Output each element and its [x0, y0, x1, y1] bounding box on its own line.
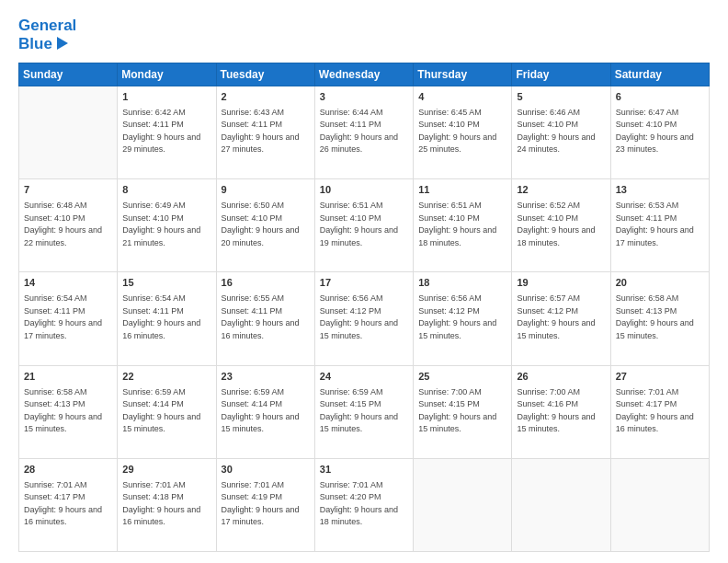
sunset-text: Sunset: 4:11 PM — [320, 119, 409, 132]
calendar-cell — [610, 458, 709, 551]
day-info: Sunrise: 6:54 AMSunset: 4:11 PMDaylight:… — [122, 293, 211, 342]
sunset-text: Sunset: 4:13 PM — [616, 305, 705, 318]
day-header-thursday: Thursday — [414, 63, 512, 86]
day-info: Sunrise: 7:00 AMSunset: 4:15 PMDaylight:… — [418, 386, 507, 436]
daylight-text: Daylight: 9 hours and 15 minutes. — [24, 411, 113, 436]
sunrise-text: Sunrise: 6:54 AM — [24, 293, 113, 305]
sunrise-text: Sunrise: 6:42 AM — [122, 107, 211, 120]
sunrise-text: Sunrise: 6:59 AM — [222, 386, 311, 399]
daylight-text: Daylight: 9 hours and 25 minutes. — [418, 132, 507, 156]
daylight-text: Daylight: 9 hours and 15 minutes. — [320, 317, 409, 342]
calendar-cell: 29Sunrise: 7:01 AMSunset: 4:18 PMDayligh… — [118, 458, 216, 551]
day-number: 30 — [222, 463, 311, 477]
daylight-text: Daylight: 9 hours and 15 minutes. — [418, 411, 507, 436]
daylight-text: Daylight: 9 hours and 27 minutes. — [222, 132, 311, 156]
sunrise-text: Sunrise: 6:46 AM — [517, 107, 606, 120]
day-header-saturday: Saturday — [610, 63, 709, 86]
day-number: 27 — [616, 370, 705, 385]
calendar-header: SundayMondayTuesdayWednesdayThursdayFrid… — [19, 63, 710, 86]
day-number: 13 — [616, 183, 705, 198]
sunrise-text: Sunrise: 6:56 AM — [320, 293, 409, 305]
day-number: 9 — [222, 183, 311, 198]
page: General Blue SundayMondayTuesdayWednesda… — [0, 0, 728, 563]
day-number: 3 — [320, 90, 409, 105]
sunset-text: Sunset: 4:11 PM — [616, 213, 705, 225]
logo-line1: General — [18, 17, 76, 35]
daylight-text: Daylight: 9 hours and 17 minutes. — [24, 317, 113, 342]
day-info: Sunrise: 6:46 AMSunset: 4:10 PMDaylight:… — [517, 107, 606, 156]
sunrise-text: Sunrise: 6:45 AM — [418, 107, 507, 120]
day-info: Sunrise: 6:54 AMSunset: 4:11 PMDaylight:… — [24, 293, 113, 342]
day-info: Sunrise: 7:01 AMSunset: 4:20 PMDaylight:… — [320, 479, 409, 529]
sunrise-text: Sunrise: 6:51 AM — [418, 200, 507, 213]
sunset-text: Sunset: 4:10 PM — [418, 119, 507, 132]
daylight-text: Daylight: 9 hours and 18 minutes. — [320, 504, 409, 529]
sunrise-text: Sunrise: 6:57 AM — [517, 293, 606, 305]
calendar-cell: 13Sunrise: 6:53 AMSunset: 4:11 PMDayligh… — [610, 179, 709, 272]
day-number: 1 — [122, 90, 211, 105]
daylight-text: Daylight: 9 hours and 16 minutes. — [616, 411, 705, 436]
daylight-text: Daylight: 9 hours and 21 minutes. — [122, 224, 211, 249]
logo-line2: Blue — [18, 35, 68, 53]
calendar-cell: 24Sunrise: 6:59 AMSunset: 4:15 PMDayligh… — [314, 365, 413, 458]
day-number: 29 — [122, 463, 211, 477]
day-header-monday: Monday — [118, 63, 216, 86]
sunset-text: Sunset: 4:10 PM — [517, 213, 606, 225]
calendar-cell: 27Sunrise: 7:01 AMSunset: 4:17 PMDayligh… — [610, 365, 709, 458]
sunrise-text: Sunrise: 6:43 AM — [222, 107, 311, 120]
day-info: Sunrise: 7:00 AMSunset: 4:16 PMDaylight:… — [517, 386, 606, 436]
day-number: 11 — [418, 183, 507, 198]
daylight-text: Daylight: 9 hours and 20 minutes. — [222, 224, 311, 249]
day-number: 8 — [122, 183, 211, 198]
day-info: Sunrise: 6:43 AMSunset: 4:11 PMDaylight:… — [222, 107, 311, 156]
sunset-text: Sunset: 4:11 PM — [24, 305, 113, 318]
calendar-week-0: 1Sunrise: 6:42 AMSunset: 4:11 PMDaylight… — [19, 86, 710, 179]
day-info: Sunrise: 6:52 AMSunset: 4:10 PMDaylight:… — [517, 200, 606, 249]
sunrise-text: Sunrise: 7:01 AM — [320, 479, 409, 492]
calendar-cell: 14Sunrise: 6:54 AMSunset: 4:11 PMDayligh… — [19, 272, 118, 365]
calendar-cell: 21Sunrise: 6:58 AMSunset: 4:13 PMDayligh… — [19, 365, 118, 458]
day-info: Sunrise: 6:57 AMSunset: 4:12 PMDaylight:… — [517, 293, 606, 342]
sunset-text: Sunset: 4:10 PM — [122, 213, 211, 225]
calendar-cell: 6Sunrise: 6:47 AMSunset: 4:10 PMDaylight… — [610, 86, 709, 179]
day-info: Sunrise: 6:59 AMSunset: 4:15 PMDaylight:… — [320, 386, 409, 436]
logo-arrow-icon — [57, 37, 68, 50]
sunrise-text: Sunrise: 6:59 AM — [122, 386, 211, 399]
logo-blue-text: Blue — [18, 35, 52, 53]
sunset-text: Sunset: 4:11 PM — [222, 305, 311, 318]
calendar-cell: 25Sunrise: 7:00 AMSunset: 4:15 PMDayligh… — [414, 365, 512, 458]
sunset-text: Sunset: 4:10 PM — [222, 213, 311, 225]
calendar-cell: 17Sunrise: 6:56 AMSunset: 4:12 PMDayligh… — [314, 272, 413, 365]
day-number: 25 — [418, 370, 507, 385]
day-info: Sunrise: 6:55 AMSunset: 4:11 PMDaylight:… — [222, 293, 311, 342]
calendar-cell: 28Sunrise: 7:01 AMSunset: 4:17 PMDayligh… — [19, 458, 118, 551]
day-info: Sunrise: 7:01 AMSunset: 4:19 PMDaylight:… — [222, 479, 311, 529]
sunrise-text: Sunrise: 7:01 AM — [24, 479, 113, 492]
sunset-text: Sunset: 4:10 PM — [517, 119, 606, 132]
sunset-text: Sunset: 4:14 PM — [222, 398, 311, 411]
sunset-text: Sunset: 4:17 PM — [616, 398, 705, 411]
sunset-text: Sunset: 4:11 PM — [122, 305, 211, 318]
day-info: Sunrise: 6:58 AMSunset: 4:13 PMDaylight:… — [24, 386, 113, 436]
daylight-text: Daylight: 9 hours and 15 minutes. — [616, 317, 705, 342]
calendar-cell: 16Sunrise: 6:55 AMSunset: 4:11 PMDayligh… — [216, 272, 314, 365]
day-number: 16 — [222, 276, 311, 291]
calendar-cell: 8Sunrise: 6:49 AMSunset: 4:10 PMDaylight… — [118, 179, 216, 272]
sunrise-text: Sunrise: 6:49 AM — [122, 200, 211, 213]
calendar-cell: 31Sunrise: 7:01 AMSunset: 4:20 PMDayligh… — [314, 458, 413, 551]
daylight-text: Daylight: 9 hours and 15 minutes. — [222, 411, 311, 436]
calendar-cell: 1Sunrise: 6:42 AMSunset: 4:11 PMDaylight… — [118, 86, 216, 179]
calendar-cell: 4Sunrise: 6:45 AMSunset: 4:10 PMDaylight… — [414, 86, 512, 179]
calendar-cell: 23Sunrise: 6:59 AMSunset: 4:14 PMDayligh… — [216, 365, 314, 458]
calendar-body: 1Sunrise: 6:42 AMSunset: 4:11 PMDaylight… — [19, 86, 710, 552]
day-number: 31 — [320, 463, 409, 477]
day-info: Sunrise: 6:59 AMSunset: 4:14 PMDaylight:… — [222, 386, 311, 436]
day-header-sunday: Sunday — [19, 63, 118, 86]
day-number: 19 — [517, 276, 606, 291]
sunrise-text: Sunrise: 6:55 AM — [222, 293, 311, 305]
sunrise-text: Sunrise: 6:59 AM — [320, 386, 409, 399]
daylight-text: Daylight: 9 hours and 16 minutes. — [222, 317, 311, 342]
day-number: 10 — [320, 183, 409, 198]
calendar-week-4: 28Sunrise: 7:01 AMSunset: 4:17 PMDayligh… — [19, 458, 710, 551]
daylight-text: Daylight: 9 hours and 15 minutes. — [122, 411, 211, 436]
